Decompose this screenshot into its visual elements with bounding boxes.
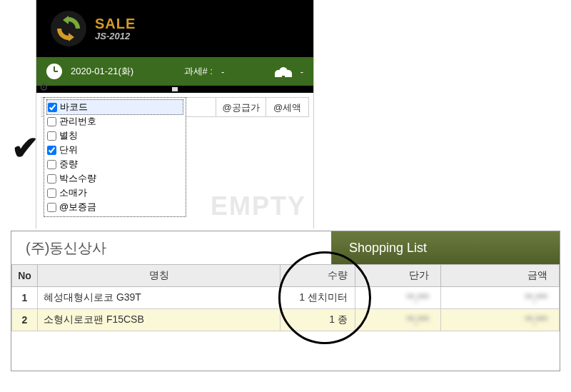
status-bar: 2020-01-21(화) 과세# : - - (36, 57, 313, 86)
tax-value: - (221, 66, 224, 77)
column-option-weight[interactable]: 중량 (47, 157, 183, 171)
column-option-mgmtno[interactable]: 관리번호 (47, 114, 183, 129)
app-header: SALE JS-2012 (36, 0, 313, 57)
brand-sub: JS-2012 (95, 31, 136, 41)
column-option-deposit[interactable]: @보증금 (47, 200, 183, 214)
th-amt[interactable]: 금액 (441, 265, 560, 287)
table-header-row: No 명칭 수량 단가 금액 (12, 265, 560, 287)
company-title: (주)동신상사 (11, 231, 331, 264)
table-empty-space (11, 331, 560, 371)
cell-no: 2 (12, 309, 38, 331)
checkbox-mgmtno[interactable] (47, 117, 56, 126)
checkbox-alias[interactable] (47, 131, 56, 141)
checkmark-annotation-icon: ✔ (11, 129, 39, 167)
checkbox-deposit[interactable] (47, 203, 56, 212)
checkbox-label: 관리번호 (59, 115, 96, 128)
brand-name: SALE (95, 16, 136, 31)
table-row[interactable]: 2 소형시로코팬 F15CSB 1 종 **,*** **,*** (12, 309, 560, 331)
cell-unit: **,*** (355, 287, 441, 309)
people-value: - (300, 66, 303, 77)
shopping-list-table: No 명칭 수량 단가 금액 1 혜성대형시로코 G39T 1 센치미터 **,… (11, 264, 560, 331)
cell-qty: 1 종 (281, 309, 355, 331)
tax-label: 과세# : (184, 65, 213, 78)
column-option-alias[interactable]: 별칭 (47, 129, 183, 143)
cell-no: 1 (12, 287, 38, 309)
checkbox-label: @보증금 (59, 201, 96, 213)
checkbox-label: 소매가 (59, 186, 87, 199)
checkbox-label: 중량 (59, 158, 78, 171)
column-option-unit[interactable]: 단위 (47, 143, 183, 157)
checkbox-label: 바코드 (60, 101, 88, 114)
th-unit[interactable]: 단가 (355, 265, 441, 287)
checkbox-boxqty[interactable] (47, 174, 56, 184)
settings-gear-icon[interactable] (36, 86, 313, 93)
th-name[interactable]: 명칭 (38, 265, 281, 287)
th-no[interactable]: No (12, 265, 38, 287)
table-row[interactable]: 1 혜성대형시로코 G39T 1 센치미터 **,*** **,*** (12, 287, 560, 309)
shopping-list-panel: (주)동신상사 Shopping List No 명칭 수량 단가 금액 1 혜… (11, 231, 560, 371)
column-option-barcode[interactable]: 바코드 (46, 99, 183, 115)
checkbox-weight[interactable] (47, 160, 56, 169)
checkbox-barcode[interactable] (48, 103, 57, 112)
cell-amt: **,*** (441, 309, 560, 331)
checkbox-label: 박스수량 (59, 172, 96, 185)
cell-qty: 1 센치미터 (281, 287, 355, 309)
shopping-list-tab[interactable]: Shopping List (331, 231, 560, 264)
cell-name: 혜성대형시로코 G39T (38, 287, 281, 309)
checkbox-retail[interactable] (47, 189, 56, 198)
col-supply[interactable]: @공급가 (216, 98, 266, 116)
clock-icon (46, 64, 62, 79)
col-tax[interactable]: @세액 (266, 98, 309, 116)
app-logo-icon (51, 11, 86, 46)
status-date: 2020-01-21(화) (71, 65, 133, 78)
cell-unit: **,*** (355, 309, 441, 331)
shopping-list-header: (주)동신상사 Shopping List (11, 231, 560, 264)
brand: SALE JS-2012 (95, 16, 136, 41)
people-icon (275, 66, 292, 77)
app-panel: SALE JS-2012 2020-01-21(화) 과세# : - - @공급… (36, 0, 314, 228)
column-option-boxqty[interactable]: 박스수량 (47, 171, 183, 186)
empty-watermark: EMPTY (211, 191, 306, 221)
checkbox-unit[interactable] (47, 146, 56, 155)
column-option-retail[interactable]: 소매가 (47, 186, 183, 200)
checkbox-label: 단위 (59, 144, 78, 156)
cell-amt: **,*** (441, 287, 560, 309)
content-area: @공급가 @세액 바코드 관리번호 별칭 단위 중량 (36, 93, 313, 228)
th-qty[interactable]: 수량 (281, 265, 355, 287)
cell-name: 소형시로코팬 F15CSB (38, 309, 281, 331)
column-picker-popup[interactable]: 바코드 관리번호 별칭 단위 중량 박스수량 (44, 97, 186, 217)
checkbox-label: 별칭 (59, 129, 78, 142)
